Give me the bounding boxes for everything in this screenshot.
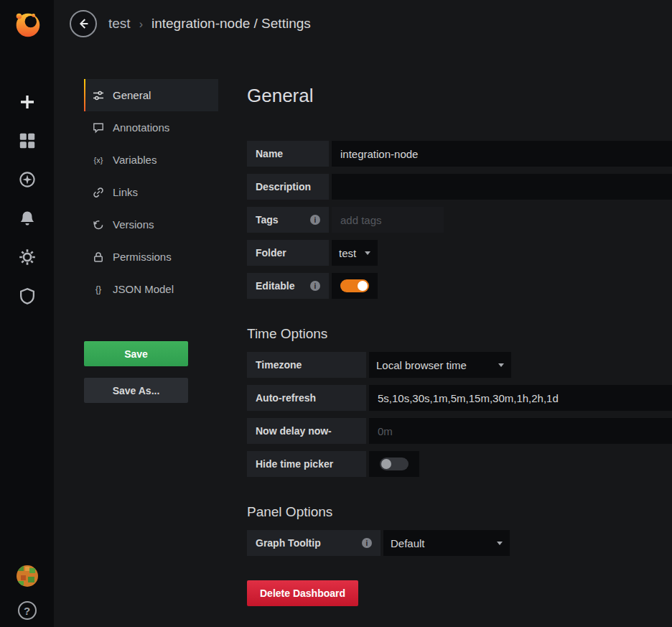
settings-nav-item-variables[interactable]: {x} Variables — [84, 144, 218, 176]
name-label-text: Name — [256, 148, 283, 159]
chevron-down-icon — [497, 542, 503, 545]
folder-label: Folder — [247, 240, 329, 266]
page-title: General — [247, 85, 672, 106]
graph-tooltip-label-text: Graph Tooltip — [256, 537, 321, 549]
create-plus-icon[interactable] — [19, 93, 36, 111]
name-label: Name — [247, 141, 329, 167]
sliders-icon — [93, 90, 104, 101]
graph-tooltip-label: Graph Tooltip i — [247, 530, 381, 556]
back-button[interactable] — [70, 10, 97, 37]
app-root: ? test › integration-node / Settings — [0, 0, 672, 627]
breadcrumb-folder[interactable]: test — [108, 16, 131, 32]
editable-field-row: Editable i — [247, 273, 672, 299]
info-icon[interactable]: i — [310, 281, 320, 291]
hide-time-picker-label-text: Hide time picker — [256, 458, 333, 470]
configuration-gear-icon[interactable] — [19, 249, 36, 266]
page-header: test › integration-node / Settings — [54, 0, 672, 47]
nav-item-label: General — [113, 89, 151, 101]
description-input[interactable] — [332, 174, 672, 200]
nav-item-label: JSON Model — [113, 283, 174, 295]
timezone-select[interactable]: Local browser time — [369, 352, 511, 378]
auto-refresh-label-text: Auto-refresh — [256, 392, 316, 404]
settings-nav-item-permissions[interactable]: Permissions — [84, 241, 218, 273]
toggle-track — [340, 279, 369, 292]
settings-nav-item-json-model[interactable]: {} JSON Model — [84, 273, 218, 305]
timezone-label-text: Timezone — [256, 359, 302, 371]
auto-refresh-label: Auto-refresh — [247, 385, 366, 411]
nav-item-label: Links — [113, 186, 138, 198]
tags-label: Tags i — [247, 207, 329, 233]
toggle-knob — [358, 281, 368, 291]
history-icon — [93, 219, 104, 231]
settings-nav-item-links[interactable]: Links — [84, 176, 218, 208]
tags-input[interactable] — [332, 207, 444, 233]
auto-refresh-input[interactable] — [369, 385, 672, 411]
server-admin-shield-icon[interactable] — [19, 287, 36, 305]
folder-field-row: Folder test — [247, 240, 672, 266]
folder-select-value: test — [339, 247, 356, 259]
auto-refresh-field-row: Auto-refresh — [247, 385, 672, 411]
settings-content: General Name Description Tags — [218, 47, 672, 627]
main-column: test › integration-node / Settings — [54, 0, 672, 627]
info-icon[interactable]: i — [310, 215, 320, 225]
help-icon[interactable]: ? — [18, 601, 37, 620]
editable-toggle[interactable] — [332, 273, 378, 299]
editable-label: Editable i — [247, 273, 329, 299]
nav-item-label: Permissions — [113, 251, 172, 263]
now-delay-label-text: Now delay now- — [256, 425, 332, 437]
name-field-row: Name — [247, 141, 672, 167]
chevron-down-icon — [365, 251, 370, 255]
tags-field-row: Tags i — [247, 207, 672, 233]
link-icon — [93, 187, 104, 198]
description-label-text: Description — [256, 181, 311, 192]
chevron-down-icon — [498, 363, 504, 367]
settings-nav-list: General Annotations {x} Variables — [84, 79, 218, 305]
settings-nav-buttons: Save Save As... — [84, 341, 188, 403]
now-delay-input[interactable] — [369, 418, 672, 444]
timezone-select-value: Local browser time — [376, 359, 467, 371]
breadcrumb: test › integration-node / Settings — [108, 16, 311, 32]
panel-options-title: Panel Options — [247, 504, 672, 520]
graph-tooltip-field-row: Graph Tooltip i Default — [247, 530, 672, 556]
dashboards-grid-icon[interactable] — [19, 132, 36, 149]
user-avatar[interactable] — [17, 565, 38, 587]
settings-body: General Annotations {x} Variables — [54, 47, 672, 627]
hide-time-picker-field-row: Hide time picker — [247, 451, 672, 477]
time-options-title: Time Options — [247, 326, 672, 342]
toggle-knob — [381, 459, 391, 469]
svg-text:{x}: {x} — [94, 155, 103, 164]
lock-icon — [93, 251, 104, 263]
name-input[interactable] — [332, 141, 672, 167]
hide-time-picker-toggle[interactable] — [369, 451, 419, 477]
delete-dashboard-button[interactable]: Delete Dashboard — [247, 580, 358, 606]
settings-nav-item-versions[interactable]: Versions — [84, 208, 218, 241]
settings-nav: General Annotations {x} Variables — [54, 47, 218, 627]
sidebar-bottom: ? — [17, 565, 38, 620]
settings-nav-item-annotations[interactable]: Annotations — [84, 111, 218, 144]
chevron-right-icon: › — [139, 18, 143, 31]
save-button[interactable]: Save — [84, 341, 188, 366]
help-glyph: ? — [24, 605, 30, 617]
now-delay-label: Now delay now- — [247, 418, 366, 444]
folder-label-text: Folder — [256, 247, 286, 259]
hide-time-picker-label: Hide time picker — [247, 451, 366, 477]
comment-icon — [93, 122, 104, 134]
explore-compass-icon[interactable] — [19, 171, 36, 188]
now-delay-field-row: Now delay now- — [247, 418, 672, 444]
toggle-track — [380, 458, 409, 470]
nav-item-label: Annotations — [113, 121, 169, 134]
grafana-logo-icon[interactable] — [11, 7, 44, 40]
timezone-label: Timezone — [247, 352, 366, 378]
settings-nav-item-general[interactable]: General — [84, 79, 218, 111]
svg-text:{}: {} — [95, 284, 101, 294]
alerting-bell-icon[interactable] — [19, 210, 36, 227]
sidebar-nav — [19, 93, 36, 305]
editable-label-text: Editable — [256, 280, 294, 292]
timezone-field-row: Timezone Local browser time — [247, 352, 672, 378]
braces-icon: {} — [93, 284, 104, 295]
graph-tooltip-select[interactable]: Default — [383, 530, 510, 556]
sidebar: ? — [0, 0, 54, 627]
info-icon[interactable]: i — [362, 538, 372, 548]
save-as-button[interactable]: Save As... — [84, 378, 188, 403]
folder-select[interactable]: test — [332, 240, 378, 266]
